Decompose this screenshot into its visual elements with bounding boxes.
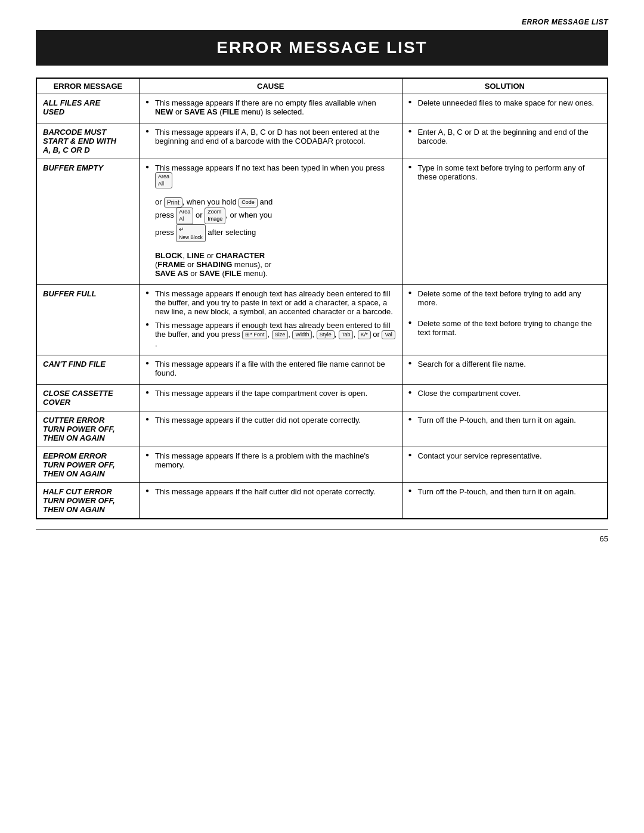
- cause-item: This message appears if there are no emp…: [145, 98, 396, 116]
- solution-list: Turn off the P-touch, and then turn it o…: [408, 416, 601, 425]
- table-row: BUFFER FULL This message appears if enou…: [36, 284, 608, 355]
- cause-list: This message appears if there are no emp…: [145, 98, 396, 116]
- table-row: CAN'T FIND FILE This message appears if …: [36, 355, 608, 385]
- page-header-label: ERROR MESSAGE LIST: [36, 18, 608, 26]
- cause-item: This message appears if the tape compart…: [145, 389, 396, 398]
- cause-list: This message appears if the cutter did n…: [145, 416, 396, 425]
- table-row: BARCODE MUSTSTART & END WITHA, B, C OR D…: [36, 123, 608, 159]
- key-enter-newblock: ↵New Block: [176, 224, 205, 242]
- key-print: Print: [164, 197, 182, 208]
- error-message-table: ERROR MESSAGE CAUSE SOLUTION ALL FILES A…: [36, 78, 608, 519]
- page-number: 65: [600, 534, 608, 543]
- cause-list: This message appears if A, B, C or D has…: [145, 128, 396, 145]
- solution-list: Enter A, B, C or D at the beginning and …: [408, 128, 601, 145]
- cause-item: This message appears if A, B, C or D has…: [145, 128, 396, 145]
- key-style: Style: [317, 330, 335, 340]
- key-code: Code: [239, 198, 258, 208]
- table-row: HALF CUT ERRORTURN POWER OFF,THEN ON AGA…: [36, 483, 608, 519]
- solution-item: Contact your service representative.: [408, 451, 601, 460]
- solution-item: Turn off the P-touch, and then turn it o…: [408, 416, 601, 425]
- page-footer: 65: [36, 529, 608, 543]
- solution-item: Close the compartment cover.: [408, 389, 601, 398]
- error-name: BUFFER FULL: [43, 289, 97, 298]
- key-val: Val: [382, 330, 395, 340]
- cause-item: This message appears if the cutter did n…: [145, 416, 396, 425]
- solution-list: Contact your service representative.: [408, 451, 601, 460]
- key-tab: Tab: [339, 330, 354, 340]
- cause-cell: This message appears if no text has been…: [139, 159, 402, 285]
- table-row: ALL FILES AREUSED This message appears i…: [36, 94, 608, 123]
- error-name: BUFFER EMPTY: [43, 163, 103, 172]
- col-header-error: ERROR MESSAGE: [36, 78, 139, 94]
- solution-list: Delete unneeded files to make space for …: [408, 98, 601, 107]
- col-header-cause: CAUSE: [139, 78, 402, 94]
- cause-item: This message appears if no text has been…: [145, 163, 396, 278]
- cause-item: This message appears if the half cutter …: [145, 487, 396, 496]
- solution-list: Type in some text before trying to perfo…: [408, 163, 601, 181]
- error-name: CLOSE CASSETTE COVER: [43, 389, 113, 407]
- error-name: EEPROM ERRORTURN POWER OFF,THEN ON AGAIN: [43, 451, 115, 478]
- error-name: ALL FILES AREUSED: [43, 98, 100, 116]
- cause-cell: This message appears if enough text has …: [139, 284, 402, 355]
- solution-item: Enter A, B, C or D at the beginning and …: [408, 128, 601, 145]
- solution-item: Turn off the P-touch, and then turn it o…: [408, 487, 601, 496]
- key-width: Width: [292, 330, 312, 340]
- solution-list: Close the compartment cover.: [408, 389, 601, 398]
- cause-list: This message appears if the tape compart…: [145, 389, 396, 398]
- cause-item: This message appears if there is a probl…: [145, 451, 396, 469]
- solution-item: Type in some text before trying to perfo…: [408, 163, 601, 181]
- error-name: BARCODE MUSTSTART & END WITHA, B, C OR D: [43, 128, 116, 154]
- key-k-star: K/*: [358, 330, 371, 340]
- table-row: CUTTER ERRORTURN POWER OFF,THEN ON AGAIN…: [36, 411, 608, 447]
- cause-list: This message appears if there is a probl…: [145, 451, 396, 469]
- key-area-all-2: AreaAl: [176, 208, 193, 224]
- key-font: ⊞* Font: [242, 330, 267, 340]
- key-size: Size: [272, 330, 289, 340]
- key-area-all: AreaAll: [155, 172, 172, 188]
- solution-list: Search for a different file name.: [408, 360, 601, 368]
- solution-item: Delete some of the text before trying to…: [408, 319, 601, 337]
- table-row: BUFFER EMPTY This message appears if no …: [36, 159, 608, 285]
- solution-item: Delete unneeded files to make space for …: [408, 98, 601, 107]
- solution-item: Delete some of the text before trying to…: [408, 289, 601, 307]
- table-row: CLOSE CASSETTE COVER This message appear…: [36, 385, 608, 411]
- solution-item: Search for a different file name.: [408, 360, 601, 368]
- cause-item: This message appears if enough text has …: [145, 289, 396, 316]
- cause-item: This message appears if a file with the …: [145, 360, 396, 377]
- error-name: CUTTER ERRORTURN POWER OFF,THEN ON AGAIN: [43, 416, 115, 442]
- cause-list: This message appears if a file with the …: [145, 360, 396, 377]
- error-name: HALF CUT ERRORTURN POWER OFF,THEN ON AGA…: [43, 487, 115, 514]
- table-row: EEPROM ERRORTURN POWER OFF,THEN ON AGAIN…: [36, 447, 608, 483]
- cause-item: This message appears if enough text has …: [145, 321, 396, 348]
- solution-list: Delete some of the text before trying to…: [408, 289, 601, 337]
- solution-list: Turn off the P-touch, and then turn it o…: [408, 487, 601, 496]
- error-name: CAN'T FIND FILE: [43, 360, 106, 368]
- cause-list: This message appears if the half cutter …: [145, 487, 396, 496]
- col-header-solution: SOLUTION: [402, 78, 608, 94]
- key-zoom-image: ZoomImage: [205, 208, 225, 224]
- page-title: ERROR MESSAGE LIST: [36, 30, 608, 66]
